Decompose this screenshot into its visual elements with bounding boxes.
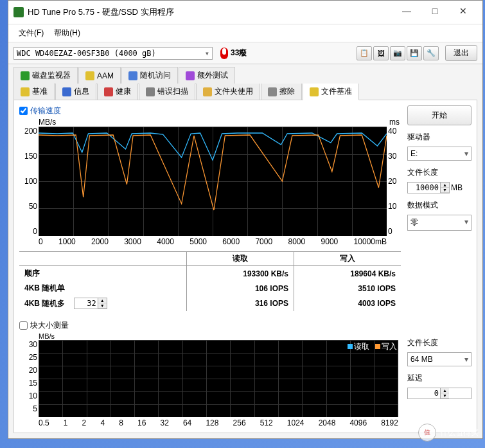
mode-select[interactable]: 零 (407, 215, 472, 231)
tab-信息[interactable]: 信息 (55, 84, 96, 100)
filelen2-select[interactable]: 64 MB (407, 352, 472, 366)
legend-read-swatch (348, 344, 353, 349)
tab-label: 健康 (116, 86, 131, 97)
delay-spinner[interactable]: ▲▼ (407, 388, 472, 399)
toolbar-buttons: 📋 🖼 📷 💾 🔧 (357, 46, 439, 60)
tab-擦除[interactable]: 擦除 (261, 84, 302, 100)
delay-input[interactable] (408, 388, 440, 399)
y-ticks: 200150100500 (21, 127, 37, 236)
chart2-yunit: MB/s (39, 332, 401, 340)
tab-icon (186, 71, 195, 80)
tab-icon (128, 71, 137, 80)
close-button[interactable]: ✕ (449, 4, 477, 20)
exit-button[interactable]: 退出 (445, 45, 477, 61)
drive-label: 驱动器 (407, 132, 472, 143)
tab-icon (104, 87, 113, 96)
screenshot-button[interactable]: 🖼 (373, 46, 389, 60)
legend-read: 读取 (354, 342, 369, 351)
qd-input[interactable] (75, 298, 98, 309)
tab-基准[interactable]: 基准 (13, 84, 55, 100)
transfer-checkbox[interactable] (19, 107, 28, 115)
left-panel: 传输速度 MB/s ms 200150100500 403020100 0100… (19, 105, 401, 427)
menu-file[interactable]: 文件(F) (13, 26, 49, 40)
right-panel: 开始 驱动器 E: 文件长度 ▲▼ MB 数据模式 零 文件长度 64 MB 延… (407, 105, 472, 427)
watermark: 值 什么值得买 (418, 424, 479, 442)
tab-磁盘监视器[interactable]: 磁盘监视器 (13, 67, 78, 84)
filelen-input[interactable] (408, 183, 440, 193)
chart2-legend: 读取 写入 (344, 341, 397, 352)
delay-label: 延迟 (407, 373, 472, 384)
col-write: 写入 (294, 252, 401, 266)
tab-AAM[interactable]: AAM (78, 67, 121, 84)
tab-文件基准[interactable]: 文件基准 (303, 84, 359, 100)
copy-button[interactable]: 📋 (357, 46, 372, 60)
thermometer-icon (220, 48, 228, 59)
tab-icon (21, 71, 30, 80)
filelen-label: 文件长度 (407, 167, 472, 178)
tabs-row1: 磁盘监视器AAM随机访问额外测试 (8, 64, 482, 84)
titlebar: HD Tune Pro 5.75 - 硬盘/SSD 实用程序 — □ ✕ (8, 1, 482, 24)
transfer-speed-check[interactable]: 传输速度 (19, 105, 401, 116)
chart1-units: MB/s ms (39, 118, 387, 127)
y2-unit: ms (389, 118, 400, 127)
transfer-label: 传输速度 (30, 105, 61, 116)
blocksize-label: 块大小测量 (30, 320, 69, 331)
chart2-xticks: 0.512481632641282565121024204840968192 (39, 418, 398, 427)
save-button[interactable]: 💾 (407, 46, 422, 60)
chart2-yticks: 30252015105 (21, 340, 37, 417)
tab-健康[interactable]: 健康 (97, 84, 138, 100)
tab-label: AAM (97, 71, 114, 80)
maximize-button[interactable]: □ (421, 4, 449, 20)
tab-label: 文件基准 (321, 86, 352, 97)
watermark-text: 什么值得买 (440, 427, 479, 438)
filelen-spinner[interactable]: ▲▼ (407, 182, 450, 193)
tab-label: 错误扫描 (157, 86, 188, 97)
start-button[interactable]: 开始 (407, 105, 472, 125)
settings-button[interactable]: 🔧 (423, 46, 439, 60)
content-area: 传输速度 MB/s ms 200150100500 403020100 0100… (13, 100, 477, 433)
filelen-row: ▲▼ MB (407, 182, 472, 193)
chart-transfer: 200150100500 403020100 (39, 127, 387, 236)
row-4kb-single: 4KB 随机单106 IOPS3510 IOPS (19, 281, 401, 296)
camera-button[interactable]: 📷 (390, 46, 405, 60)
tab-icon (62, 87, 71, 96)
drive-select[interactable]: E: (407, 147, 472, 161)
col-read: 读取 (186, 252, 294, 266)
filelen2-label: 文件长度 (407, 337, 472, 348)
tab-错误扫描[interactable]: 错误扫描 (139, 84, 195, 100)
tab-label: 擦除 (279, 86, 295, 97)
window-title: HD Tune Pro 5.75 - 硬盘/SSD 实用程序 (28, 6, 392, 18)
tab-label: 文件夹使用 (215, 86, 253, 97)
tab-icon (203, 87, 212, 96)
y-unit: MB/s (39, 118, 56, 127)
row-sequential: 顺序193300 KB/s189604 KB/s (19, 266, 401, 282)
menu-help[interactable]: 帮助(H) (49, 26, 85, 40)
legend-write-swatch (375, 344, 380, 349)
tab-label: 磁盘监视器 (32, 70, 71, 81)
read-line (39, 133, 387, 160)
y2-ticks: 403020100 (388, 127, 401, 236)
tabs-row2: 基准信息健康错误扫描文件夹使用擦除文件基准 (8, 84, 482, 100)
tab-额外测试[interactable]: 额外测试 (179, 67, 235, 84)
tab-icon (85, 71, 94, 80)
tab-icon (146, 87, 155, 96)
tab-label: 随机访问 (140, 70, 171, 81)
tab-label: 额外测试 (197, 70, 228, 81)
x-ticks: 0100020003000400050006000700080009000100… (39, 237, 387, 246)
chart-blocksize: 30252015105 读取 写入 (39, 340, 398, 417)
temperature: 33癈 (220, 48, 247, 59)
minimize-button[interactable]: — (392, 4, 421, 20)
blocksize-check[interactable]: 块大小测量 (19, 320, 401, 331)
temp-value: 33癈 (231, 48, 247, 58)
tab-随机访问[interactable]: 随机访问 (121, 67, 178, 84)
app-icon (13, 7, 24, 17)
menubar: 文件(F) 帮助(H) (8, 24, 482, 42)
blocksize-checkbox[interactable] (19, 321, 28, 330)
legend-write: 写入 (382, 342, 397, 351)
device-combo[interactable]: WDC WD40EZAZ-00SF3B0 (4000 gB) (13, 47, 213, 60)
qd-spinner[interactable]: ▲▼ (74, 298, 107, 309)
toolbar: WDC WD40EZAZ-00SF3B0 (4000 gB) 33癈 📋 🖼 📷… (8, 42, 482, 64)
tab-文件夹使用[interactable]: 文件夹使用 (196, 84, 260, 100)
write-line (39, 135, 387, 210)
row-4kb-multi: 4KB 随机多 ▲▼ 316 IOPS4003 IOPS (19, 296, 401, 311)
